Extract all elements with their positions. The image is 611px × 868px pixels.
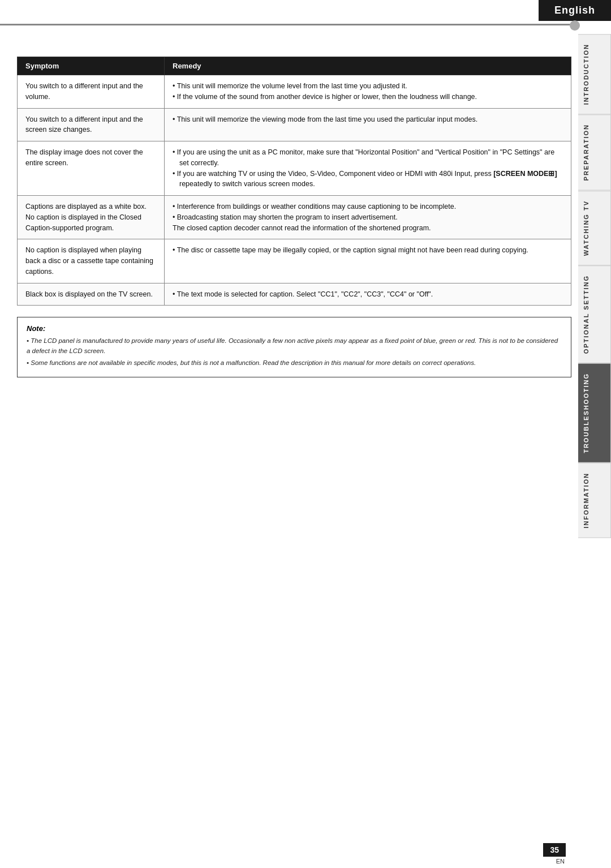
remedy-bullet: The disc or cassette tape may be illegal… xyxy=(173,245,563,256)
remedy-cell: The text mode is selected for caption. S… xyxy=(165,283,571,306)
symptom-cell: Black box is displayed on the TV screen. xyxy=(18,283,165,306)
symptom-cell: No caption is displayed when playing bac… xyxy=(18,239,165,283)
en-label: EN xyxy=(556,858,565,865)
note-content: • The LCD panel is manufactured to provi… xyxy=(27,336,562,368)
page-number: 35 xyxy=(543,843,566,857)
remedy-bullet: Broadcasting station may shorten the pro… xyxy=(173,212,563,223)
table-row: Captions are displayed as a white box.No… xyxy=(18,196,571,239)
remedy-cell: This unit will memorize the viewing mode… xyxy=(165,108,571,141)
remedy-note: The closed caption decoder cannot read t… xyxy=(173,223,563,234)
remedy-bullet: If you are using the unit as a PC monito… xyxy=(173,147,563,169)
tab-introduction[interactable]: INTRODUCTION xyxy=(578,34,611,114)
tab-troubleshooting[interactable]: TROUBLESHOOTING xyxy=(578,363,611,463)
symptom-column-header: Symptom xyxy=(18,57,165,75)
remedy-cell: The disc or cassette tape may be illegal… xyxy=(165,239,571,283)
language-label: English xyxy=(539,0,611,21)
screen-mode-key: [SCREEN MODE⊞] xyxy=(493,170,557,178)
remedy-bullet: The text mode is selected for caption. S… xyxy=(173,289,563,300)
remedy-cell: If you are using the unit as a PC monito… xyxy=(165,141,571,196)
remedy-bullet: Interference from buildings or weather c… xyxy=(173,201,563,212)
table-row: The display image does not cover the ent… xyxy=(18,141,571,196)
remedy-cell: This unit will memorize the volume level… xyxy=(165,75,571,109)
remedy-cell: Interference from buildings or weather c… xyxy=(165,196,571,239)
symptom-cell: Captions are displayed as a white box.No… xyxy=(18,196,165,239)
remedy-bullet: If you are watching TV or using the Vide… xyxy=(173,169,563,190)
remedy-column-header: Remedy xyxy=(165,57,571,75)
table-row: You switch to a different input and the … xyxy=(18,75,571,109)
remedy-bullet: If the volume of the sound from another … xyxy=(173,92,563,102)
tab-information[interactable]: INFORMATION xyxy=(578,463,611,538)
symptom-remedy-table: Symptom Remedy You switch to a different… xyxy=(17,57,571,306)
top-divider-line xyxy=(0,24,577,25)
symptom-cell: You switch to a different input and the … xyxy=(18,75,165,109)
remedy-bullet: This unit will memorize the volume level… xyxy=(173,81,563,92)
tab-optional-setting[interactable]: OPTIONAL SETTING xyxy=(578,265,611,363)
note-item-2: • Some functions are not available in sp… xyxy=(27,358,562,368)
top-divider-circle xyxy=(570,20,580,31)
table-row: You switch to a different input and the … xyxy=(18,108,571,141)
note-item-1: • The LCD panel is manufactured to provi… xyxy=(27,336,562,356)
symptom-cell: The display image does not cover the ent… xyxy=(18,141,165,196)
note-title: Note: xyxy=(27,324,562,333)
table-row: Black box is displayed on the TV screen.… xyxy=(18,283,571,306)
tab-watching-tv[interactable]: WATCHING TV xyxy=(578,191,611,265)
symptom-cell: You switch to a different input and the … xyxy=(18,108,165,141)
right-navigation-tabs: INTRODUCTION PREPARATION WATCHING TV OPT… xyxy=(578,34,611,538)
main-content-area: Symptom Remedy You switch to a different… xyxy=(17,57,571,823)
table-row: No caption is displayed when playing bac… xyxy=(18,239,571,283)
remedy-bullet: This unit will memorize the viewing mode… xyxy=(173,114,563,125)
tab-preparation[interactable]: PREPARATION xyxy=(578,114,611,190)
note-section: Note: • The LCD panel is manufactured to… xyxy=(17,317,571,377)
